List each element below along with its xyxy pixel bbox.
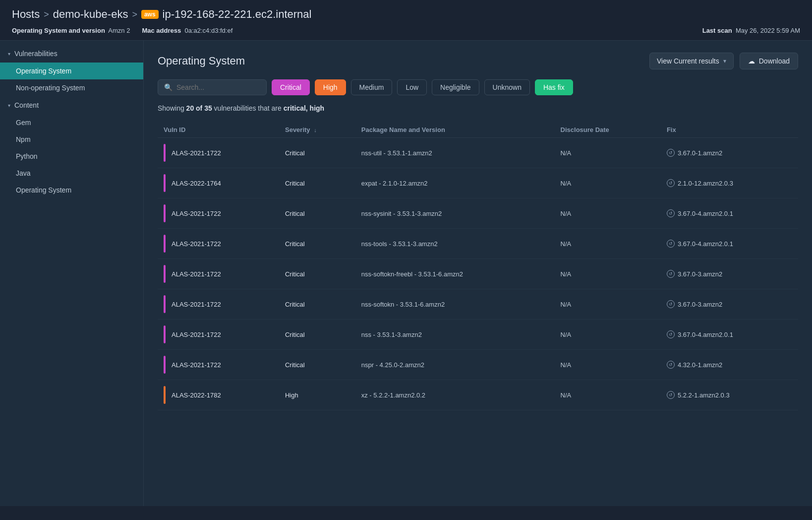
- sidebar-section-vulnerabilities[interactable]: ▾ Vulnerabilities: [0, 45, 143, 63]
- aws-badge: aws: [141, 10, 159, 19]
- vuln-id-text: ALAS-2021-1722: [172, 149, 221, 157]
- view-results-dropdown[interactable]: View Current results ▾: [649, 53, 734, 69]
- sidebar-item-java[interactable]: Java: [0, 165, 143, 182]
- filter-unknown-button[interactable]: Unknown: [484, 79, 530, 95]
- sidebar-item-os-label: Operating System: [16, 67, 71, 75]
- sidebar: ▾ Vulnerabilities Operating System Non-o…: [0, 41, 144, 506]
- vuln-id-text: ALAS-2021-1722: [172, 270, 221, 278]
- table-row[interactable]: ALAS-2021-1722 Critical nss-util - 3.53.…: [158, 138, 798, 168]
- cell-disclosure: N/A: [555, 259, 661, 289]
- filter-low-button[interactable]: Low: [397, 79, 427, 95]
- filter-negligible-button[interactable]: Negligible: [432, 79, 479, 95]
- severity-bar: [164, 235, 166, 253]
- vuln-id-text: ALAS-2021-1722: [172, 240, 221, 248]
- breadcrumb-host: ip-192-168-22-221.ec2.internal: [163, 8, 312, 21]
- cell-package: nss-softokn-freebl - 3.53.1-6.amzn2: [355, 259, 555, 289]
- fix-icon: ↺: [667, 240, 675, 248]
- breadcrumb: Hosts > demo-kube-eks > aws ip-192-168-2…: [12, 8, 800, 21]
- summary-prefix: Showing: [158, 104, 186, 112]
- filter-critical-button[interactable]: Critical: [272, 79, 310, 95]
- cell-disclosure: N/A: [555, 380, 661, 410]
- fix-value: 2.1.0-12.amzn2.0.3: [678, 180, 733, 187]
- col-severity[interactable]: Severity ↓: [279, 122, 355, 138]
- table-row[interactable]: ALAS-2021-1722 Critical nss - 3.53.1-3.a…: [158, 320, 798, 350]
- sidebar-content-label: Content: [14, 101, 39, 109]
- sidebar-java-label: Java: [16, 169, 31, 177]
- summary-filter-label: critical, high: [284, 104, 324, 112]
- chevron-down-icon: ▾: [723, 58, 726, 65]
- severity-bar: [164, 325, 166, 343]
- severity-bar: [164, 265, 166, 283]
- download-button[interactable]: ☁ Download: [740, 53, 798, 69]
- cell-disclosure: N/A: [555, 168, 661, 198]
- filter-medium-button[interactable]: Medium: [351, 79, 393, 95]
- sidebar-vulns-label: Vulnerabilities: [14, 50, 58, 58]
- sev-bar-cell: ALAS-2021-1722: [164, 235, 273, 253]
- fix-icon: ↺: [667, 149, 675, 157]
- sidebar-npm-label: Npm: [16, 135, 31, 143]
- cell-vuln-id: ALAS-2022-1782: [158, 380, 279, 410]
- vuln-table: Vuln ID Severity ↓ Package Name and Vers…: [158, 122, 798, 410]
- summary-line: Showing 20 of 35 vulnerabilities that ar…: [158, 104, 798, 112]
- sev-bar-cell: ALAS-2022-1764: [164, 174, 273, 192]
- fix-icon: ↺: [667, 209, 675, 217]
- chevron-content-icon: ▾: [8, 103, 10, 108]
- cell-package: nss-sysinit - 3.53.1-3.amzn2: [355, 198, 555, 229]
- severity-bar: [164, 386, 166, 404]
- vuln-id-text: ALAS-2021-1722: [172, 301, 221, 308]
- severity-text: Critical: [285, 301, 305, 308]
- table-row[interactable]: ALAS-2021-1722 Critical nss-softokn-free…: [158, 259, 798, 289]
- sidebar-item-npm[interactable]: Npm: [0, 131, 143, 148]
- cell-fix: ↺ 3.67.0-4.amzn2.0.1: [661, 320, 798, 350]
- severity-text: Critical: [285, 361, 305, 369]
- cell-vuln-id: ALAS-2021-1722: [158, 198, 279, 229]
- cell-fix: ↺ 3.67.0-4.amzn2.0.1: [661, 198, 798, 229]
- sidebar-item-content-os[interactable]: Operating System: [0, 182, 143, 198]
- severity-text: Critical: [285, 331, 305, 338]
- fix-icon: ↺: [667, 270, 675, 278]
- breadcrumb-hosts[interactable]: Hosts: [12, 8, 40, 21]
- cell-fix: ↺ 5.2.2-1.amzn2.0.3: [661, 380, 798, 410]
- view-results-label: View Current results: [657, 57, 719, 65]
- fix-value: 3.67.0-4.amzn2.0.1: [678, 210, 733, 217]
- fix-cell: ↺ 3.67.0-1.amzn2: [667, 149, 792, 157]
- vuln-id-text: ALAS-2022-1764: [172, 180, 221, 187]
- breadcrumb-sep2: >: [132, 9, 137, 20]
- cell-package: xz - 5.2.2-1.amzn2.0.2: [355, 380, 555, 410]
- filter-high-button[interactable]: High: [315, 79, 346, 95]
- sidebar-item-operating-system[interactable]: Operating System: [0, 63, 143, 79]
- fix-cell: ↺ 3.67.0-4.amzn2.0.1: [667, 330, 792, 338]
- sidebar-gem-label: Gem: [16, 119, 31, 127]
- os-meta: Operating System and version Amzn 2: [12, 27, 130, 34]
- cell-fix: ↺ 4.32.0-1.amzn2: [661, 350, 798, 380]
- table-row[interactable]: ALAS-2021-1722 Critical nss-sysinit - 3.…: [158, 198, 798, 229]
- vuln-id-text: ALAS-2022-1782: [172, 391, 221, 399]
- search-icon: 🔍: [164, 83, 173, 91]
- col-disclosure: Disclosure Date: [555, 122, 661, 138]
- table-row[interactable]: ALAS-2021-1722 Critical nss-tools - 3.53…: [158, 229, 798, 259]
- search-box: 🔍: [158, 79, 267, 95]
- severity-text: Critical: [285, 180, 305, 187]
- fix-icon: ↺: [667, 391, 675, 399]
- table-row[interactable]: ALAS-2021-1722 Critical nss-softokn - 3.…: [158, 289, 798, 320]
- fix-cell: ↺ 2.1.0-12.amzn2.0.3: [667, 179, 792, 187]
- table-row[interactable]: ALAS-2022-1764 Critical expat - 2.1.0-12…: [158, 168, 798, 198]
- sidebar-item-python[interactable]: Python: [0, 148, 143, 165]
- cell-package: nss-tools - 3.53.1-3.amzn2: [355, 229, 555, 259]
- table-row[interactable]: ALAS-2022-1782 High xz - 5.2.2-1.amzn2.0…: [158, 380, 798, 410]
- cell-vuln-id: ALAS-2021-1722: [158, 229, 279, 259]
- table-row[interactable]: ALAS-2021-1722 Critical nspr - 4.25.0-2.…: [158, 350, 798, 380]
- breadcrumb-cluster[interactable]: demo-kube-eks: [53, 8, 128, 21]
- sidebar-item-non-operating-system[interactable]: Non-operating System: [0, 79, 143, 96]
- content-area: Operating System View Current results ▾ …: [144, 41, 812, 506]
- severity-text: Critical: [285, 210, 305, 217]
- severity-text: Critical: [285, 270, 305, 278]
- download-label: Download: [759, 57, 790, 65]
- page-title: Operating System: [158, 55, 245, 67]
- sidebar-section-content[interactable]: ▾ Content: [0, 96, 143, 114]
- sidebar-item-gem[interactable]: Gem: [0, 114, 143, 131]
- cell-disclosure: N/A: [555, 229, 661, 259]
- top-header: Hosts > demo-kube-eks > aws ip-192-168-2…: [0, 0, 812, 41]
- filter-hasfix-button[interactable]: Has fix: [535, 79, 573, 95]
- search-input[interactable]: [176, 83, 260, 91]
